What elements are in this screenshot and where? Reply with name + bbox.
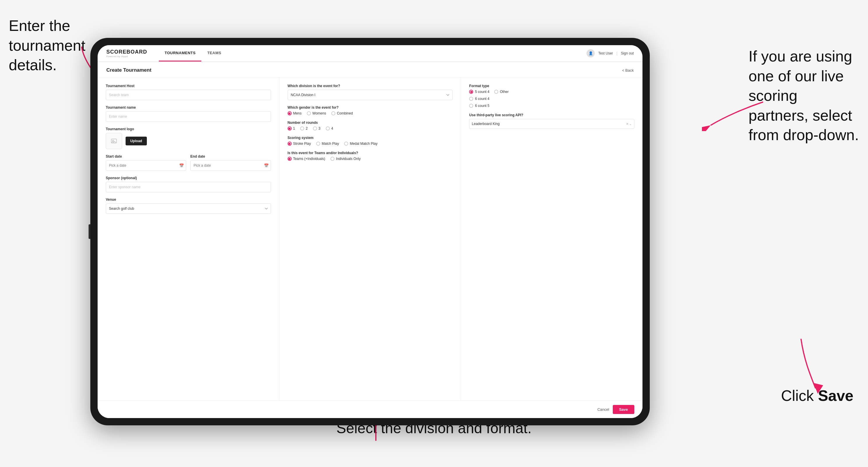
back-link[interactable]: < Back — [622, 68, 634, 72]
format-row-1: 5 count 4 Other — [469, 90, 634, 94]
gender-radio-group: Mens Womens Combined — [287, 111, 453, 115]
nav-tab-tournaments[interactable]: TOURNAMENTS — [159, 45, 202, 61]
save-button[interactable]: Save — [613, 405, 634, 414]
form-body: Tournament Host Tournament name Tourname… — [98, 77, 643, 401]
tournament-name-group: Tournament name — [106, 105, 271, 122]
venue-select[interactable]: Search golf club — [106, 204, 271, 214]
tablet-side-button — [89, 224, 90, 239]
scoring-match-radio[interactable] — [316, 142, 320, 146]
gender-mens[interactable]: Mens — [287, 111, 302, 115]
rounds-label: Number of rounds — [287, 121, 453, 125]
annotation-live-scoring: If you are using one of our live scoring… — [748, 46, 859, 145]
tournament-host-label: Tournament Host — [106, 84, 271, 88]
end-date-field: End date 📅 — [190, 154, 271, 171]
api-chevron-icon: ⌄ — [629, 122, 632, 126]
venue-group: Venue Search golf club — [106, 197, 271, 214]
form-footer: Cancel Save — [98, 401, 643, 418]
rounds-4-radio[interactable] — [326, 126, 330, 130]
user-avatar: 👤 — [587, 49, 595, 57]
scoring-stroke[interactable]: Stroke Play — [287, 142, 311, 146]
rounds-4-label: 4 — [331, 126, 333, 130]
start-date-input[interactable] — [106, 160, 186, 171]
gender-group: Which gender is the event for? Mens Wome… — [287, 105, 453, 115]
individuals-radio[interactable] — [331, 157, 335, 161]
end-date-input[interactable] — [190, 160, 271, 171]
tournament-name-input[interactable] — [106, 111, 271, 122]
rounds-2-radio[interactable] — [300, 126, 304, 130]
scoring-medal[interactable]: Medal Match Play — [344, 142, 377, 146]
api-clear-button[interactable]: × — [626, 122, 629, 126]
upload-button[interactable]: Upload — [126, 137, 147, 145]
rounds-4[interactable]: 4 — [326, 126, 333, 130]
format-6count5-radio[interactable] — [469, 104, 473, 108]
tournament-host-input[interactable] — [106, 90, 271, 100]
rounds-2-label: 2 — [306, 126, 308, 130]
page-header: Create Tournament < Back — [98, 62, 643, 77]
teams-plus-individuals[interactable]: Teams (+Individuals) — [287, 157, 325, 161]
gender-label: Which gender is the event for? — [287, 105, 453, 110]
rounds-1[interactable]: 1 — [287, 126, 295, 130]
gender-combined[interactable]: Combined — [331, 111, 353, 115]
format-other-radio[interactable] — [494, 90, 498, 94]
logo-main: SCOREBOARD — [106, 49, 147, 55]
sponsor-input[interactable] — [106, 182, 271, 192]
start-date-calendar-icon: 📅 — [179, 163, 184, 168]
gender-womens[interactable]: Womens — [307, 111, 326, 115]
format-5count4-radio[interactable] — [469, 90, 473, 94]
start-date-wrap: 📅 — [106, 160, 186, 171]
logo-upload-area: Upload — [106, 133, 271, 149]
start-date-field: Start date 📅 — [106, 154, 186, 171]
gender-combined-radio[interactable] — [331, 111, 335, 115]
api-select-wrap[interactable]: Leaderboard King × ⌄ — [469, 119, 634, 129]
format-type-group: Format type 5 count 4 Other — [469, 84, 634, 108]
format-row-3: 6 count 5 — [469, 104, 634, 108]
rounds-1-radio[interactable] — [287, 126, 292, 130]
gender-womens-radio[interactable] — [307, 111, 311, 115]
tablet-screen: SCOREBOARD Powered by clippd TOURNAMENTS… — [98, 45, 643, 418]
sign-out-link[interactable]: Sign out — [621, 51, 634, 55]
svg-point-5 — [113, 140, 114, 141]
rounds-3[interactable]: 3 — [313, 126, 320, 130]
scoring-match-label: Match Play — [322, 142, 339, 146]
api-label: Use third-party live scoring API? — [469, 113, 634, 117]
scoring-label: Scoring system — [287, 136, 453, 140]
division-label: Which division is the event for? — [287, 84, 453, 88]
end-date-calendar-icon: 📅 — [264, 163, 269, 168]
format-5count4-label: 5 count 4 — [475, 90, 489, 94]
rounds-2[interactable]: 2 — [300, 126, 308, 130]
tournament-name-label: Tournament name — [106, 105, 271, 110]
form-col-2: Which division is the event for? NCAA Di… — [279, 77, 461, 401]
gender-mens-radio[interactable] — [287, 111, 292, 115]
rounds-radio-group: 1 2 3 — [287, 126, 453, 130]
gender-mens-label: Mens — [293, 111, 302, 115]
gender-womens-label: Womens — [312, 111, 326, 115]
format-6count4-label: 6 count 4 — [475, 97, 489, 101]
format-6count4[interactable]: 6 count 4 — [469, 97, 489, 101]
scoring-match[interactable]: Match Play — [316, 142, 339, 146]
annotation-click-save-bold: Save — [818, 387, 854, 404]
format-other[interactable]: Other — [494, 90, 509, 94]
division-select[interactable]: NCAA Division I — [287, 90, 453, 100]
form-col-3: Format type 5 count 4 Other — [461, 77, 643, 401]
teams-radio[interactable] — [287, 157, 292, 161]
logo-sub: Powered by clippd — [106, 55, 147, 58]
annotation-click-save: Click Save — [781, 386, 854, 406]
format-6count5-label: 6 count 5 — [475, 104, 489, 108]
format-6count5[interactable]: 6 count 5 — [469, 104, 489, 108]
rounds-3-radio[interactable] — [313, 126, 317, 130]
user-name: Test User — [598, 51, 613, 55]
format-5count4[interactable]: 5 count 4 — [469, 90, 489, 94]
scoring-radio-group: Stroke Play Match Play Medal Match Play — [287, 142, 453, 146]
format-6count4-radio[interactable] — [469, 97, 473, 101]
nav-tab-teams[interactable]: TEAMS — [202, 45, 227, 61]
tablet-frame: SCOREBOARD Powered by clippd TOURNAMENTS… — [90, 38, 650, 425]
scoring-medal-radio[interactable] — [344, 142, 348, 146]
start-date-label: Start date — [106, 154, 186, 158]
form-col-1: Tournament Host Tournament name Tourname… — [98, 77, 279, 401]
individuals-only[interactable]: Individuals Only — [331, 157, 361, 161]
cancel-button[interactable]: Cancel — [597, 407, 609, 412]
scoring-stroke-radio[interactable] — [287, 142, 292, 146]
logo-placeholder-icon — [106, 133, 122, 149]
app-header: SCOREBOARD Powered by clippd TOURNAMENTS… — [98, 45, 643, 62]
format-row-2: 6 count 4 — [469, 97, 634, 101]
